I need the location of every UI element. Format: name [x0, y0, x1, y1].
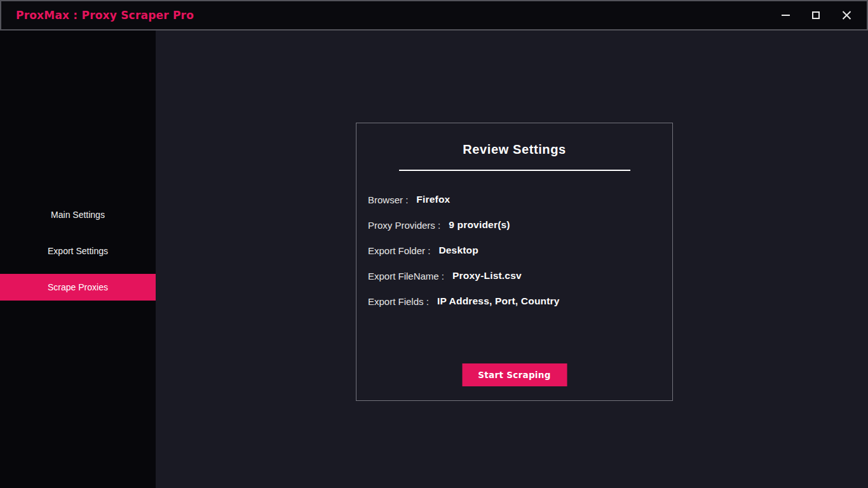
main-area: Review Settings Browser : Firefox Proxy …: [156, 30, 868, 488]
close-button[interactable]: [831, 1, 862, 29]
field-row-browser: Browser : Firefox: [368, 187, 672, 212]
field-label: Export Fields :: [368, 296, 429, 307]
field-value: 9 provider(s): [449, 219, 510, 231]
sidebar-item-export-settings[interactable]: Export Settings: [0, 238, 156, 264]
field-row-export-folder: Export Folder : Desktop: [368, 238, 672, 263]
field-row-proxy-providers: Proxy Providers : 9 provider(s): [368, 212, 672, 238]
close-icon: [842, 11, 851, 20]
field-row-export-fields: Export Fields : IP Address, Port, Countr…: [368, 288, 672, 314]
field-label: Browser :: [368, 194, 408, 205]
sidebar-item-scrape-proxies[interactable]: Scrape Proxies: [0, 274, 156, 301]
settings-summary: Browser : Firefox Proxy Providers : 9 pr…: [368, 187, 672, 314]
field-value: Proxy-List.csv: [452, 270, 522, 281]
card-title: Review Settings: [356, 142, 672, 157]
field-label: Export FileName :: [368, 271, 444, 281]
minimize-icon: [782, 15, 790, 16]
field-row-export-filename: Export FileName : Proxy-List.csv: [368, 263, 672, 288]
window-controls: [770, 1, 867, 29]
review-settings-card: Review Settings Browser : Firefox Proxy …: [356, 123, 673, 401]
field-label: Proxy Providers :: [368, 220, 440, 231]
titlebar: ProxMax : Proxy Scraper Pro: [0, 0, 868, 30]
sidebar-item-label: Main Settings: [51, 210, 105, 220]
maximize-icon: [812, 11, 820, 19]
minimize-button[interactable]: [770, 1, 801, 29]
start-scraping-button[interactable]: Start Scraping: [462, 363, 567, 386]
app-body: Main Settings Export Settings Scrape Pro…: [0, 30, 868, 488]
field-value: Firefox: [416, 194, 450, 205]
sidebar: Main Settings Export Settings Scrape Pro…: [0, 30, 156, 488]
sidebar-item-label: Export Settings: [48, 246, 108, 256]
title-divider: [399, 170, 630, 171]
sidebar-item-main-settings[interactable]: Main Settings: [0, 201, 156, 228]
app-title: ProxMax : Proxy Scraper Pro: [1, 9, 194, 22]
field-label: Export Folder :: [368, 245, 430, 256]
sidebar-item-label: Scrape Proxies: [48, 282, 108, 292]
field-value: Desktop: [438, 245, 478, 256]
field-value: IP Address, Port, Country: [437, 295, 560, 307]
maximize-button[interactable]: [801, 1, 831, 29]
